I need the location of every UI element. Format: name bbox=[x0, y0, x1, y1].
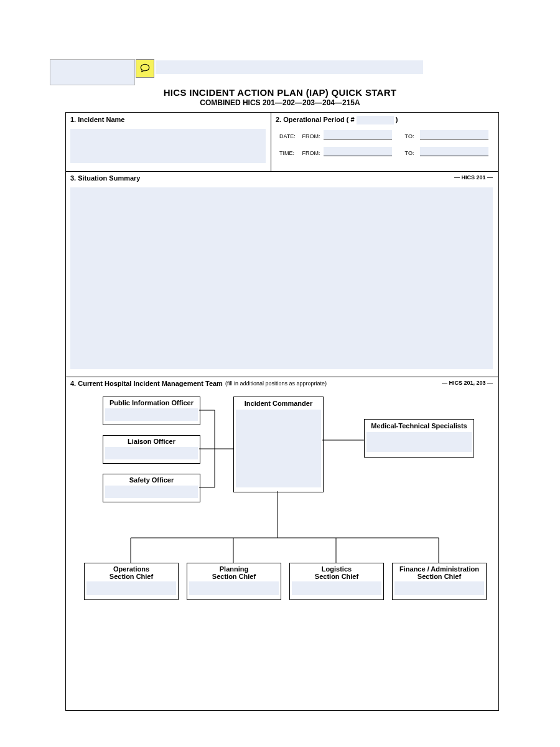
date-to-input[interactable] bbox=[420, 130, 488, 139]
section-4: 4. Current Hospital Incident Management … bbox=[65, 377, 498, 710]
org-log-label2: Section Chief bbox=[290, 573, 383, 580]
org-fin-label1: Finance / Administration bbox=[393, 563, 486, 573]
form-subtitle: COMBINED HICS 201—202—203—204—215A bbox=[62, 98, 498, 107]
org-liaison-label: Liaison Officer bbox=[103, 436, 200, 447]
org-box-log[interactable]: Logistics Section Chief bbox=[289, 563, 384, 600]
op-period-number-input[interactable] bbox=[357, 116, 394, 125]
org-medtech-input[interactable] bbox=[366, 432, 472, 452]
org-ic-input[interactable] bbox=[236, 410, 321, 487]
time-label: TIME: bbox=[279, 150, 301, 156]
org-box-plan[interactable]: Planning Section Chief bbox=[187, 563, 281, 600]
org-plan-label1: Planning bbox=[187, 563, 281, 573]
date-from-label: FROM: bbox=[302, 133, 322, 139]
section-3-label: 3. Situation Summary bbox=[70, 174, 140, 182]
section-2-label: 2. Operational Period ( # bbox=[276, 116, 355, 123]
section-2-label-close: ) bbox=[396, 116, 398, 123]
org-safety-label: Safety Officer bbox=[103, 474, 200, 486]
form-page: HICS INCIDENT ACTION PLAN (IAP) QUICK ST… bbox=[0, 0, 560, 747]
org-chart: Public Information Officer Liaison Offic… bbox=[65, 392, 498, 706]
org-fin-label2: Section Chief bbox=[393, 573, 486, 580]
date-label: DATE: bbox=[279, 133, 301, 139]
org-ops-input[interactable] bbox=[86, 581, 176, 595]
section-4-ref: — HICS 201, 203 — bbox=[442, 380, 493, 386]
org-safety-input[interactable] bbox=[105, 486, 198, 498]
org-plan-label2: Section Chief bbox=[187, 573, 281, 580]
org-liaison-input[interactable] bbox=[105, 447, 198, 459]
time-to-input[interactable] bbox=[420, 147, 488, 156]
org-log-input[interactable] bbox=[292, 581, 381, 595]
org-ops-label1: Operations bbox=[85, 563, 178, 573]
org-log-label1: Logistics bbox=[290, 563, 383, 573]
comment-icon[interactable] bbox=[136, 59, 154, 78]
org-pio-input[interactable] bbox=[105, 408, 198, 421]
section-1-label: 1. Incident Name bbox=[65, 112, 271, 127]
org-box-safety[interactable]: Safety Officer bbox=[103, 474, 200, 502]
org-box-fin[interactable]: Finance / Administration Section Chief bbox=[392, 563, 487, 600]
org-box-medtech[interactable]: Medical-Technical Specialists bbox=[364, 419, 474, 458]
section-2: 2. Operational Period ( # ) DATE: FROM: … bbox=[271, 112, 498, 172]
form-title: HICS INCIDENT ACTION PLAN (IAP) QUICK ST… bbox=[62, 87, 498, 98]
org-medtech-label: Medical-Technical Specialists bbox=[365, 420, 474, 432]
time-from-label: FROM: bbox=[302, 150, 322, 156]
date-from-input[interactable] bbox=[324, 130, 392, 139]
time-from-input[interactable] bbox=[324, 147, 392, 156]
incident-name-input[interactable] bbox=[70, 129, 266, 163]
org-plan-input[interactable] bbox=[189, 581, 279, 595]
org-box-liaison[interactable]: Liaison Officer bbox=[103, 435, 200, 464]
org-ops-label2: Section Chief bbox=[85, 573, 178, 580]
time-to-label: TO: bbox=[405, 150, 419, 156]
section-4-note: (fill in additional positions as appropr… bbox=[225, 380, 327, 387]
org-box-ops[interactable]: Operations Section Chief bbox=[84, 563, 179, 600]
section-3-ref: — HICS 201 — bbox=[454, 174, 493, 181]
org-pio-label: Public Information Officer bbox=[103, 397, 200, 408]
section-1: 1. Incident Name bbox=[65, 112, 271, 172]
header-title-field-left[interactable] bbox=[50, 59, 135, 85]
situation-summary-input[interactable] bbox=[70, 187, 493, 369]
org-box-ic[interactable]: Incident Commander bbox=[233, 397, 324, 492]
org-box-pio[interactable]: Public Information Officer bbox=[103, 397, 200, 425]
date-to-label: TO: bbox=[405, 133, 419, 139]
org-ic-label: Incident Commander bbox=[234, 397, 323, 410]
org-fin-input[interactable] bbox=[394, 581, 484, 595]
section-3: 3. Situation Summary — HICS 201 — bbox=[65, 171, 498, 377]
header-title-field-right[interactable] bbox=[156, 60, 423, 74]
section-4-label: 4. Current Hospital Incident Management … bbox=[70, 380, 223, 387]
